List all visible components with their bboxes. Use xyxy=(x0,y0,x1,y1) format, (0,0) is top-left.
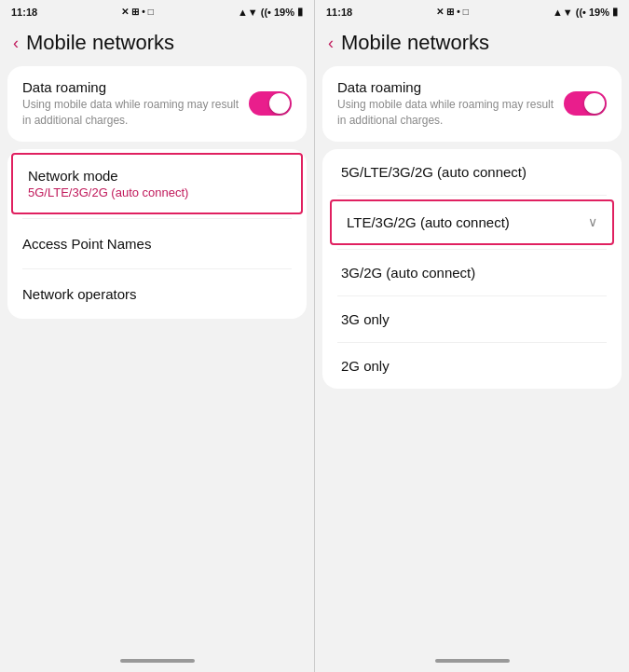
square-icon: □ xyxy=(148,7,154,17)
network-mode-dropdown: 5G/LTE/3G/2G (auto connect) LTE/3G/2G (a… xyxy=(322,149,622,389)
battery-right: 19% xyxy=(589,7,609,18)
back-button-left[interactable]: ‹ xyxy=(13,34,19,53)
battery-left: 19% xyxy=(274,7,294,18)
dots-icon-r: • xyxy=(457,7,460,17)
notification-icon: ✕ xyxy=(121,7,129,17)
status-bar-right: 11:18 ✕ ⊞ • □ ▲▼ ((• 19% ▮ xyxy=(315,0,629,21)
network-mode-row[interactable]: Network mode 5G/LTE/3G/2G (auto connect) xyxy=(11,153,303,214)
wifi-icon-left: ▲▼ xyxy=(238,7,258,18)
option-2g-label: 2G only xyxy=(341,358,390,374)
battery-icon-right: ▮ xyxy=(612,6,618,18)
data-roaming-card-right: Data roaming Using mobile data while roa… xyxy=(322,66,622,142)
header-right: ‹ Mobile networks xyxy=(315,21,629,66)
option-3g-label: 3G only xyxy=(341,311,390,327)
home-indicator-left xyxy=(120,659,195,663)
notification-icons-right: ✕ ⊞ • □ xyxy=(436,7,469,17)
data-roaming-card: Data roaming Using mobile data while roa… xyxy=(7,66,307,142)
bottom-bar-left xyxy=(0,653,314,672)
header-left: ‹ Mobile networks xyxy=(0,21,314,66)
data-roaming-row: Data roaming Using mobile data while roa… xyxy=(7,66,307,142)
data-roaming-toggle[interactable] xyxy=(249,91,292,116)
dropdown-option-3g2g[interactable]: 3G/2G (auto connect) xyxy=(322,250,622,295)
dots-icon: • xyxy=(142,7,145,17)
data-roaming-text: Data roaming Using mobile data while roa… xyxy=(22,79,249,129)
network-mode-label: Network mode xyxy=(28,168,286,184)
image-icon: ⊞ xyxy=(131,7,139,17)
data-roaming-toggle-right[interactable] xyxy=(564,91,607,116)
time-left: 11:18 xyxy=(11,7,37,18)
time-right: 11:18 xyxy=(326,7,352,18)
access-point-row[interactable]: Access Point Names xyxy=(7,219,307,268)
data-roaming-desc: Using mobile data while roaming may resu… xyxy=(22,97,249,129)
notification-icon-r: ✕ xyxy=(436,7,444,17)
chevron-down-icon: ∨ xyxy=(588,214,597,229)
square-icon-r: □ xyxy=(463,7,469,17)
notification-icons-left: ✕ ⊞ • □ xyxy=(121,7,154,17)
battery-icon-left: ▮ xyxy=(297,6,303,18)
wifi-icon-right: ▲▼ xyxy=(553,7,573,18)
network-operators-row[interactable]: Network operators xyxy=(7,269,307,319)
content-left: Data roaming Using mobile data while roa… xyxy=(0,66,314,653)
home-indicator-right xyxy=(435,659,510,663)
back-button-right[interactable]: ‹ xyxy=(328,34,334,53)
bottom-bar-right xyxy=(315,653,629,672)
right-phone-screen: 11:18 ✕ ⊞ • □ ▲▼ ((• 19% ▮ ‹ Mobile netw… xyxy=(315,0,629,672)
status-bar-left: 11:18 ✕ ⊞ • □ ▲▼ ((• 19% ▮ xyxy=(0,0,314,21)
content-right: Data roaming Using mobile data while roa… xyxy=(315,66,629,653)
option-lte-label: LTE/3G/2G (auto connect) xyxy=(347,214,510,230)
left-phone-screen: 11:18 ✕ ⊞ • □ ▲▼ ((• 19% ▮ ‹ Mobile netw… xyxy=(0,0,314,672)
data-roaming-desc-right: Using mobile data while roaming may resu… xyxy=(337,97,564,129)
signal-bars-right: ((• xyxy=(576,7,586,18)
data-roaming-row-right: Data roaming Using mobile data while roa… xyxy=(322,66,622,142)
data-roaming-label-right: Data roaming xyxy=(337,79,564,95)
option-5g-label: 5G/LTE/3G/2G (auto connect) xyxy=(341,164,526,180)
page-title-right: Mobile networks xyxy=(341,31,489,55)
page-title-left: Mobile networks xyxy=(26,31,174,55)
network-mode-sub: 5G/LTE/3G/2G (auto connect) xyxy=(28,185,286,199)
settings-card-left: Network mode 5G/LTE/3G/2G (auto connect)… xyxy=(7,149,307,319)
dropdown-option-lte[interactable]: LTE/3G/2G (auto connect) ∨ xyxy=(330,199,614,245)
option-3g2g-label: 3G/2G (auto connect) xyxy=(341,265,475,281)
image-icon-r: ⊞ xyxy=(446,7,454,17)
dropdown-option-2g[interactable]: 2G only xyxy=(322,343,622,389)
data-roaming-label: Data roaming xyxy=(22,79,249,95)
dropdown-option-3g[interactable]: 3G only xyxy=(322,296,622,342)
data-roaming-text-right: Data roaming Using mobile data while roa… xyxy=(337,79,564,129)
dropdown-option-5g[interactable]: 5G/LTE/3G/2G (auto connect) xyxy=(322,149,622,195)
status-right-right: ▲▼ ((• 19% ▮ xyxy=(553,6,618,18)
status-right-left: ▲▼ ((• 19% ▮ xyxy=(238,6,303,18)
signal-bars-left: ((• xyxy=(261,7,271,18)
